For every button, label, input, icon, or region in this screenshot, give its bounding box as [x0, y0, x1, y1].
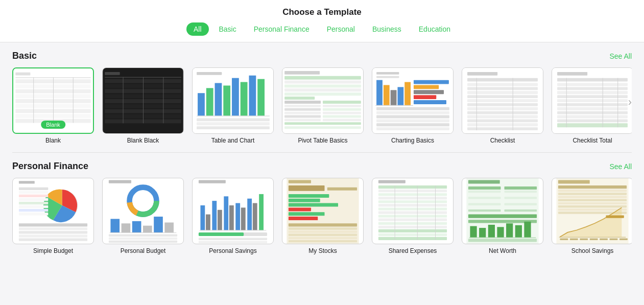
svg-rect-142: [122, 223, 131, 232]
svg-rect-115: [557, 119, 628, 122]
svg-rect-130: [19, 213, 48, 215]
svg-rect-227: [488, 225, 495, 238]
svg-rect-206: [468, 180, 500, 184]
template-simple-budget[interactable]: Simple Budget: [12, 178, 94, 254]
svg-rect-233: [468, 239, 537, 242]
template-shared-expenses[interactable]: Shared Expenses: [372, 178, 454, 254]
template-checklist[interactable]: Checklist: [462, 67, 543, 144]
svg-rect-235: [558, 180, 590, 184]
svg-rect-123: [19, 187, 48, 190]
tab-all[interactable]: All: [186, 22, 209, 36]
svg-rect-57: [323, 119, 361, 121]
svg-rect-84: [376, 123, 449, 126]
template-personal-budget[interactable]: Personal Budget: [102, 178, 184, 254]
template-table-chart[interactable]: Table and Chart: [192, 67, 274, 144]
svg-rect-119: [617, 78, 618, 127]
svg-rect-80: [376, 107, 449, 110]
svg-rect-245: [559, 237, 626, 238]
svg-rect-90: [467, 87, 538, 90]
template-personal-savings-label: Personal Savings: [209, 247, 256, 254]
tab-personal-finance[interactable]: Personal Finance: [247, 22, 317, 36]
svg-rect-150: [109, 241, 177, 243]
svg-rect-99: [467, 123, 538, 126]
template-checklist-total[interactable]: Checklist Total: [552, 67, 632, 144]
svg-rect-148: [109, 234, 177, 236]
svg-rect-231: [524, 222, 531, 238]
svg-rect-82: [376, 115, 449, 119]
svg-rect-101: [476, 78, 477, 130]
svg-rect-129: [19, 209, 48, 212]
svg-rect-197: [378, 222, 447, 225]
svg-rect-196: [378, 219, 447, 221]
svg-rect-70: [384, 85, 390, 105]
template-blank-label: Blank: [45, 137, 61, 144]
svg-rect-147: [110, 232, 177, 233]
template-net-worth[interactable]: Net Worth: [462, 178, 543, 254]
basic-see-all[interactable]: See All: [609, 52, 632, 60]
svg-rect-186: [378, 180, 406, 183]
svg-rect-152: [199, 180, 226, 183]
personal-finance-section: Personal Finance See All: [0, 153, 644, 259]
svg-rect-194: [378, 211, 447, 214]
svg-rect-246: [560, 238, 568, 240]
svg-rect-14: [73, 77, 74, 123]
template-blank-black[interactable]: Blank Black: [102, 67, 184, 144]
svg-rect-93: [467, 99, 538, 102]
svg-rect-187: [378, 185, 447, 189]
svg-rect-1: [15, 73, 30, 76]
svg-rect-251: [610, 238, 618, 240]
svg-rect-49: [284, 88, 361, 91]
svg-rect-241: [558, 202, 627, 204]
svg-rect-48: [284, 84, 361, 87]
tab-education[interactable]: Education: [412, 22, 458, 36]
svg-rect-249: [590, 238, 598, 240]
template-checklist-total-label: Checklist Total: [573, 137, 612, 144]
svg-rect-240: [558, 199, 627, 201]
svg-rect-215: [468, 200, 501, 202]
basic-next-arrow[interactable]: ›: [628, 96, 632, 109]
svg-rect-34: [223, 85, 230, 115]
svg-rect-79: [375, 105, 413, 106]
template-pivot[interactable]: Pivot Table Basics: [282, 67, 364, 144]
svg-rect-193: [378, 207, 447, 210]
svg-rect-160: [241, 207, 246, 230]
svg-rect-100: [467, 127, 538, 130]
svg-rect-225: [470, 226, 476, 238]
svg-rect-189: [378, 193, 447, 196]
template-my-stocks[interactable]: My Stocks: [282, 178, 364, 254]
svg-rect-175: [289, 203, 338, 207]
svg-rect-31: [198, 93, 205, 115]
svg-rect-109: [557, 95, 628, 98]
svg-rect-190: [378, 197, 447, 199]
svg-rect-243: [558, 208, 627, 210]
svg-rect-216: [505, 200, 537, 202]
svg-rect-45: [284, 71, 320, 75]
tab-personal[interactable]: Personal: [320, 22, 362, 36]
tab-business[interactable]: Business: [365, 22, 409, 36]
svg-rect-158: [229, 205, 234, 230]
tab-bar: All Basic Personal Finance Personal Busi…: [0, 22, 644, 37]
svg-rect-40: [197, 118, 270, 121]
svg-rect-61: [284, 112, 321, 114]
personal-finance-see-all[interactable]: See All: [609, 162, 632, 171]
svg-rect-39: [197, 116, 270, 116]
template-charting[interactable]: Charting Basics: [372, 67, 454, 144]
svg-rect-192: [378, 204, 447, 206]
svg-rect-253: [606, 215, 624, 218]
svg-rect-159: [235, 203, 240, 230]
template-personal-savings[interactable]: Personal Savings: [192, 178, 274, 254]
svg-rect-27: [123, 77, 124, 124]
template-school-savings[interactable]: School Savings: [552, 178, 632, 254]
template-blank[interactable]: Blank Blank: [12, 67, 94, 144]
template-pivot-label: Pivot Table Basics: [298, 137, 347, 144]
page-header: Choose a Template All Basic Personal Fin…: [0, 0, 644, 42]
svg-rect-135: [19, 238, 87, 241]
svg-rect-89: [467, 83, 538, 86]
tab-basic[interactable]: Basic: [212, 22, 244, 36]
svg-rect-67: [376, 72, 399, 75]
template-charting-label: Charting Basics: [391, 137, 434, 144]
svg-rect-211: [468, 194, 501, 196]
svg-rect-212: [505, 194, 537, 196]
svg-rect-64: [284, 122, 361, 125]
svg-rect-208: [505, 186, 537, 190]
